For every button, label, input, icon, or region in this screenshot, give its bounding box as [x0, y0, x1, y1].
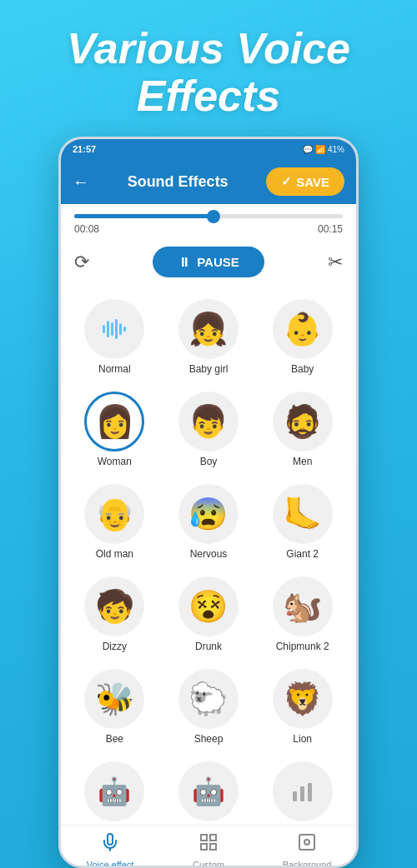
svg-rect-2 — [111, 322, 113, 336]
effects-grid: Normal 👧 Baby girl 👶 Baby 👩 Woman 👦 Boy — [61, 286, 356, 753]
effect-circle-boy: 👦 — [178, 392, 239, 451]
effect-circle-baby: 👶 — [273, 299, 333, 359]
effect-label-old-man: Old man — [96, 548, 133, 560]
partial-effect-robot2[interactable]: 🤖 — [162, 756, 256, 825]
effect-circle-bee: 🐝 — [84, 669, 144, 729]
custom-icon — [198, 832, 219, 857]
cut-icon[interactable]: ✂ — [328, 252, 343, 273]
svg-rect-7 — [300, 786, 304, 801]
effect-circle-men: 🧔 — [273, 392, 333, 451]
partial-circle-bars — [273, 761, 333, 821]
effect-label-sheep: Sheep — [194, 733, 224, 745]
partial-effect-bars[interactable] — [255, 756, 349, 825]
check-icon: ✓ — [281, 174, 292, 189]
signal-icon: 📶 — [315, 145, 325, 154]
effect-circle-lion: 🦁 — [273, 669, 333, 729]
effect-circle-woman: 👩 — [84, 392, 144, 451]
phone-frame: 21:57 💬 📶 41% ← Sound Effects ✓ SAVE 00:… — [58, 137, 359, 868]
effect-baby-girl[interactable]: 👧 Baby girl — [162, 291, 256, 383]
svg-rect-14 — [299, 835, 314, 850]
partial-circle-robot1: 🤖 — [84, 761, 144, 821]
controls-row: ⟳ ⏸ PAUSE ✂ — [61, 242, 356, 286]
messenger-icon: 💬 — [303, 145, 313, 154]
effect-lion[interactable]: 🦁 Lion — [255, 661, 349, 753]
effect-woman[interactable]: 👩 Woman — [68, 383, 162, 476]
effect-label-woman: Woman — [98, 456, 132, 467]
effect-giant2[interactable]: 🦶 Giant 2 — [255, 476, 349, 568]
nav-voice-effect-label: Voice effect — [87, 860, 134, 868]
time-row: 00:08 00:15 — [74, 223, 343, 235]
effect-circle-baby-girl: 👧 — [178, 299, 239, 359]
pause-button[interactable]: ⏸ PAUSE — [153, 247, 264, 277]
effect-normal[interactable]: Normal — [68, 291, 162, 383]
effect-circle-old-man: 👴 — [84, 484, 144, 544]
status-icons: 💬 📶 41% — [303, 145, 344, 154]
current-time: 00:08 — [74, 223, 99, 235]
status-time: 21:57 — [73, 144, 96, 154]
partial-circle-robot2: 🤖 — [178, 761, 239, 821]
bottom-nav: Voice effect Custom Background — [61, 825, 356, 868]
save-label: SAVE — [296, 175, 329, 189]
svg-rect-1 — [107, 321, 109, 337]
effect-circle-normal — [84, 299, 144, 359]
effect-circle-giant2: 🦶 — [273, 484, 333, 544]
effect-old-man[interactable]: 👴 Old man — [68, 476, 162, 568]
total-time: 00:15 — [318, 223, 343, 235]
effect-label-baby-girl: Baby girl — [189, 363, 229, 375]
svg-rect-4 — [119, 323, 122, 335]
effect-chipmunk2[interactable]: 🐿️ Chipmunk 2 — [255, 568, 349, 661]
nav-custom[interactable]: Custom — [159, 832, 258, 868]
effect-label-baby: Baby — [291, 363, 314, 375]
pause-label: PAUSE — [197, 255, 239, 269]
effect-circle-sheep: 🐑 — [178, 669, 239, 729]
progress-track[interactable] — [74, 214, 343, 218]
effect-dizzy[interactable]: 🧒 Dizzy — [68, 568, 162, 661]
app-header-title: Sound Effects — [128, 173, 229, 191]
svg-rect-3 — [115, 319, 118, 339]
nav-voice-effect[interactable]: Voice effect — [61, 832, 159, 868]
nav-background[interactable]: Background — [258, 832, 356, 868]
nav-custom-label: Custom — [193, 860, 224, 868]
app-header: ← Sound Effects ✓ SAVE — [61, 159, 356, 204]
effect-label-bee: Bee — [106, 733, 123, 745]
back-button[interactable]: ← — [73, 172, 89, 192]
svg-rect-5 — [123, 327, 126, 332]
effect-circle-drunk: 😵 — [178, 576, 239, 636]
nav-background-label: Background — [283, 860, 332, 868]
effect-label-boy: Boy — [200, 456, 218, 467]
svg-rect-0 — [103, 325, 105, 333]
effect-sheep[interactable]: 🐑 Sheep — [162, 661, 256, 753]
effect-label-nervous: Nervous — [190, 548, 228, 560]
effect-bee[interactable]: 🐝 Bee — [68, 661, 162, 753]
svg-rect-12 — [201, 844, 207, 850]
effect-baby[interactable]: 👶 Baby — [255, 291, 349, 383]
svg-rect-10 — [201, 835, 207, 841]
effect-men[interactable]: 🧔 Men — [255, 383, 349, 476]
repeat-icon[interactable]: ⟳ — [74, 252, 89, 273]
effect-label-drunk: Drunk — [195, 641, 222, 652]
svg-rect-11 — [210, 835, 216, 841]
progress-thumb[interactable] — [207, 210, 220, 223]
effect-drunk[interactable]: 😵 Drunk — [162, 568, 256, 661]
status-bar: 21:57 💬 📶 41% — [61, 139, 356, 159]
hero-title: Various VoiceEffects — [67, 25, 350, 120]
effect-label-dizzy: Dizzy — [103, 641, 127, 652]
effect-circle-chipmunk2: 🐿️ — [273, 576, 333, 636]
effect-label-chipmunk2: Chipmunk 2 — [276, 641, 329, 652]
effect-label-normal: Normal — [98, 363, 131, 375]
save-button[interactable]: ✓ SAVE — [266, 167, 344, 196]
effect-circle-nervous: 😰 — [178, 484, 239, 544]
background-icon — [297, 832, 317, 857]
effect-boy[interactable]: 👦 Boy — [162, 383, 256, 476]
battery-icon: 41% — [328, 145, 344, 154]
svg-rect-13 — [210, 844, 216, 850]
progress-section: 00:08 00:15 — [61, 204, 356, 242]
partial-effects-row: 🤖 🤖 — [61, 753, 356, 825]
svg-rect-8 — [308, 783, 312, 801]
partial-effect-robot1[interactable]: 🤖 — [68, 756, 162, 825]
phone-content: 00:08 00:15 ⟳ ⏸ PAUSE ✂ Normal — [61, 204, 356, 868]
pause-icon: ⏸ — [178, 255, 190, 269]
effect-nervous[interactable]: 😰 Nervous — [162, 476, 256, 568]
voice-effect-icon — [100, 832, 120, 857]
progress-fill — [74, 214, 214, 218]
